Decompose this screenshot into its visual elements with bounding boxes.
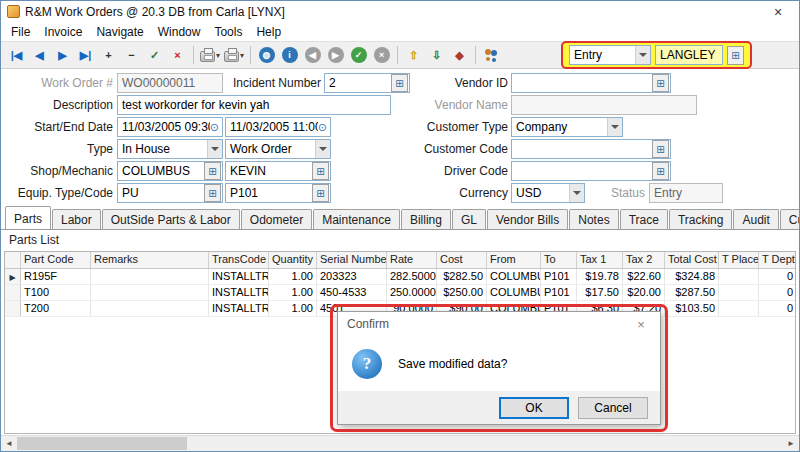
grid-cell[interactable]: 1.00	[269, 285, 317, 300]
grid-cell[interactable]: $19.78	[577, 269, 623, 284]
close-icon[interactable]: ×	[763, 1, 793, 22]
tab-audit[interactable]: Audit	[733, 209, 778, 229]
cancel-button[interactable]: Cancel	[578, 397, 648, 419]
grid-cell[interactable]: 0	[759, 285, 796, 300]
user-code-field[interactable]: LANGLEY	[655, 45, 723, 65]
tab-gl[interactable]: GL	[452, 209, 486, 229]
grid-cell[interactable]: 282.5000	[387, 269, 437, 284]
equip-code-field[interactable]: P101 ⊞	[225, 183, 331, 203]
grid-col-tax-2[interactable]: Tax 2	[623, 252, 665, 268]
tab-maintenance[interactable]: Maintenance	[313, 209, 400, 229]
lookup-icon[interactable]: ⊞	[312, 184, 329, 202]
grid-col-rate[interactable]: Rate	[387, 252, 437, 268]
end-date-field[interactable]: 11/03/2005 11:00:0 ⊙	[225, 117, 331, 137]
grid-cell[interactable]: $250.00	[437, 285, 487, 300]
ok-button[interactable]: OK	[499, 397, 569, 419]
grid-cell[interactable]: R195F	[21, 269, 91, 284]
grid-col-remarks[interactable]: Remarks	[91, 252, 209, 268]
grid-col-cost[interactable]: Cost	[437, 252, 487, 268]
next-record-icon[interactable]: ▶	[51, 44, 74, 66]
chevron-down-icon[interactable]: ▾	[216, 51, 220, 60]
chevron-down-icon[interactable]	[207, 140, 222, 158]
grid-cell[interactable]: INSTALLTR	[209, 269, 269, 284]
print-preview-icon[interactable]: ▾	[222, 44, 246, 66]
grid-col-quantity[interactable]: Quantity	[269, 252, 317, 268]
lookup-icon[interactable]: ⊞	[652, 162, 669, 180]
grid-cell[interactable]: T200	[21, 301, 91, 316]
chevron-down-icon[interactable]	[569, 184, 584, 202]
grid-cell[interactable]	[719, 269, 759, 284]
grid-cell[interactable]: 450-4533	[317, 285, 387, 300]
info-icon[interactable]: i	[278, 44, 301, 66]
scroll-thumb[interactable]	[17, 437, 187, 450]
grid-col-total-cost[interactable]: Total Cost	[665, 252, 719, 268]
table-row[interactable]: ▶R195FINSTALLTR1.00203323282.5000$282.50…	[5, 269, 795, 285]
grid-cell[interactable]: 1.00	[269, 301, 317, 316]
grid-col-from[interactable]: From	[487, 252, 541, 268]
last-record-icon[interactable]: ▶|	[74, 44, 97, 66]
mechanic-field[interactable]: KEVIN ⊞	[225, 161, 331, 181]
security-icon[interactable]: ◆	[448, 44, 471, 66]
grid-cell[interactable]: 0	[759, 269, 796, 284]
export-icon[interactable]: ⇧	[402, 44, 425, 66]
grid-cell[interactable]: INSTALLTR	[209, 285, 269, 300]
post-edit-icon[interactable]: ✓	[143, 44, 166, 66]
tab-parts[interactable]: Parts	[5, 206, 51, 229]
type-combo-2[interactable]: Work Order	[225, 139, 331, 159]
menu-invoice[interactable]: Invoice	[37, 24, 89, 40]
customer-type-combo[interactable]: Company	[511, 117, 623, 137]
table-row[interactable]: T100INSTALLTR1.00450-4533250.0000$250.00…	[5, 285, 795, 301]
driver-code-field[interactable]: ⊞	[511, 161, 671, 181]
grid-cell[interactable]	[719, 285, 759, 300]
print-icon[interactable]: ▾	[198, 44, 222, 66]
tab-tracking[interactable]: Tracking	[669, 209, 733, 229]
grid-col-t-place[interactable]: T Place	[719, 252, 759, 268]
first-record-icon[interactable]: |◀	[5, 44, 28, 66]
chevron-down-icon[interactable]	[607, 118, 622, 136]
tab-vendor-bills[interactable]: Vendor Bills	[487, 209, 568, 229]
tab-notes[interactable]: Notes	[569, 209, 618, 229]
lookup-icon[interactable]: ⊞	[652, 74, 669, 92]
type-combo-1[interactable]: In House	[117, 139, 223, 159]
approve-icon[interactable]: ✓	[347, 44, 370, 66]
vendor-id-field[interactable]: ⊞	[511, 73, 671, 93]
lookup-icon[interactable]: ⊞	[652, 140, 669, 158]
grid-cell[interactable]: $103.50	[665, 301, 719, 316]
chevron-down-icon[interactable]	[315, 140, 330, 158]
shop-field[interactable]: COLUMBUS ⊞	[117, 161, 223, 181]
menu-navigate[interactable]: Navigate	[89, 24, 150, 40]
grid-col-t-depth[interactable]: T Depth	[759, 252, 796, 268]
void-icon[interactable]: ×	[370, 44, 393, 66]
grid-cell[interactable]: T100	[21, 285, 91, 300]
grid-cell[interactable]: P101	[541, 285, 577, 300]
prior-record-icon[interactable]: ◀	[28, 44, 51, 66]
work-order-field[interactable]: WO00000011	[117, 73, 223, 93]
tab-outside-parts-labor[interactable]: OutSide Parts & Labor	[102, 209, 240, 229]
grid-col-to[interactable]: To	[541, 252, 577, 268]
users-icon[interactable]	[480, 44, 503, 66]
grid-cell[interactable]: $287.50	[665, 285, 719, 300]
entry-status-combo[interactable]: Entry	[569, 45, 651, 65]
grid-col-transcode[interactable]: TransCode	[209, 252, 269, 268]
start-date-field[interactable]: 11/03/2005 09:30:0 ⊙	[117, 117, 223, 137]
grid-cell[interactable]: 1.00	[269, 269, 317, 284]
import-icon[interactable]: ⇩	[425, 44, 448, 66]
customer-code-field[interactable]: ⊞	[511, 139, 671, 159]
lookup-icon[interactable]: ⊞	[204, 162, 221, 180]
description-field[interactable]: test workorder for kevin yah	[117, 95, 391, 115]
tab-labor[interactable]: Labor	[52, 209, 101, 229]
cancel-edit-icon[interactable]: ×	[166, 44, 189, 66]
insert-record-icon[interactable]: +	[97, 44, 120, 66]
grid-cell[interactable]	[91, 285, 209, 300]
lookup-icon[interactable]: ⊞	[312, 162, 329, 180]
web-icon[interactable]: ◍	[255, 44, 278, 66]
horizontal-scrollbar[interactable]: ◄ ►	[1, 435, 799, 451]
vendor-name-field[interactable]	[511, 95, 697, 115]
grid-cell[interactable]	[719, 301, 759, 316]
chevron-down-icon[interactable]: ▾	[240, 51, 244, 60]
status-field[interactable]: Entry	[649, 183, 723, 203]
scroll-right-icon[interactable]: ►	[783, 436, 799, 451]
grid-cell[interactable]: $282.50	[437, 269, 487, 284]
grid-cell[interactable]	[91, 301, 209, 316]
tab-trace[interactable]: Trace	[620, 209, 668, 229]
